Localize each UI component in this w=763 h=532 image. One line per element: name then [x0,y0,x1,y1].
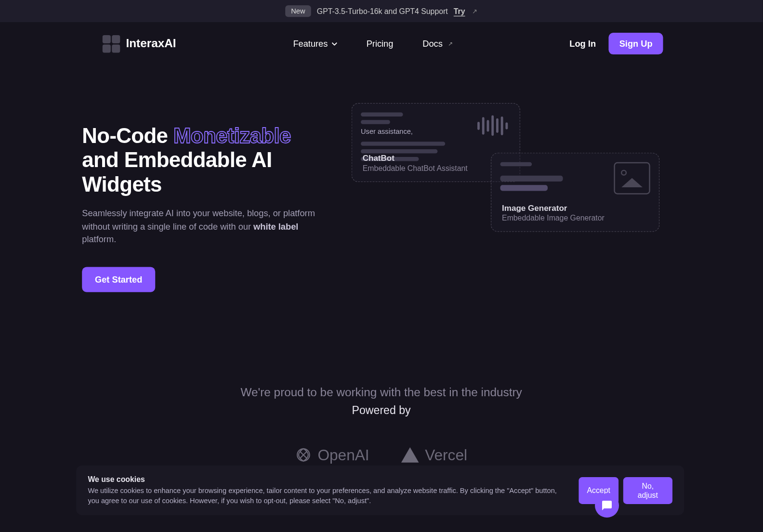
nav-features-label: Features [293,39,328,49]
nav-pricing[interactable]: Pricing [367,39,394,49]
get-started-button[interactable]: Get Started [82,267,155,292]
try-link[interactable]: Try [454,7,465,15]
title-part1: No-Code [82,124,173,148]
signup-button[interactable]: Sign Up [609,33,663,54]
openai-logo: OpenAI [295,446,369,464]
powered-by-text: Powered by [0,404,763,417]
nav-features[interactable]: Features [293,39,337,49]
external-arrow-icon: ↗ [472,7,477,15]
main-nav: InteraxAI Features Pricing Docs ↗ Log In… [0,22,763,65]
vercel-icon [402,447,419,463]
external-arrow-icon: ↗ [448,40,453,47]
chatbot-title: ChatBot [363,154,468,163]
logo-icon [103,35,120,52]
banner-text: GPT-3.5-Turbo-16k and GPT4 Support [317,7,448,15]
chat-icon [601,500,613,511]
imagegen-title: Image Generator [502,203,605,212]
imagegen-widget-card: Image Generator Embeddable Image Generat… [491,153,659,232]
title-highlight: Monetizable [173,124,291,148]
openai-icon [295,447,312,463]
cookie-description: We utilize cookies to enhance your brows… [88,486,567,506]
chatbot-demo-text: User assistance, [361,128,413,136]
chat-fab[interactable] [595,493,619,518]
cookie-title: We use cookies [88,475,567,484]
hero-content: No-Code Monetizable and Embeddable AI Wi… [82,106,328,292]
brand-logo[interactable]: InteraxAI [103,35,176,52]
imagegen-subtitle: Embeddable Image Generator [502,214,605,222]
login-link[interactable]: Log In [569,39,596,49]
chevron-down-icon [331,42,337,45]
nav-docs-label: Docs [422,39,443,49]
nav-links: Features Pricing Docs ↗ [293,39,452,49]
partners-tagline: We're proud to be working with the best … [0,386,763,399]
hero-title: No-Code Monetizable and Embeddable AI Wi… [82,124,328,196]
nav-actions: Log In Sign Up [569,33,663,54]
new-tag: New [285,5,311,17]
page-viewport: New GPT-3.5-Turbo-16k and GPT4 Support T… [0,0,763,532]
chatbot-subtitle: Embeddable ChatBot Assistant [363,164,468,172]
audio-wave-icon [477,116,508,136]
partner-logos: OpenAI Vercel [0,446,763,464]
nav-docs[interactable]: Docs ↗ [422,39,452,49]
nav-pricing-label: Pricing [367,39,394,49]
sub-strong: white label [253,221,298,231]
announcement-banner: New GPT-3.5-Turbo-16k and GPT4 Support T… [0,0,763,22]
hero-section: No-Code Monetizable and Embeddable AI Wi… [0,65,763,315]
image-placeholder-icon [614,162,650,195]
title-part2: and Embeddable AI Widgets [82,148,272,196]
cookie-adjust-button[interactable]: No, adjust [623,477,672,504]
sub-part2: platform. [82,234,116,245]
vercel-logo: Vercel [402,446,468,464]
hero-subtitle: Seamlessly integrate AI into your websit… [82,207,328,246]
cookie-banner: We use cookies We utilize cookies to enh… [76,466,684,515]
brand-name: InteraxAI [126,37,176,51]
hero-illustration: User assistance, [352,106,681,292]
